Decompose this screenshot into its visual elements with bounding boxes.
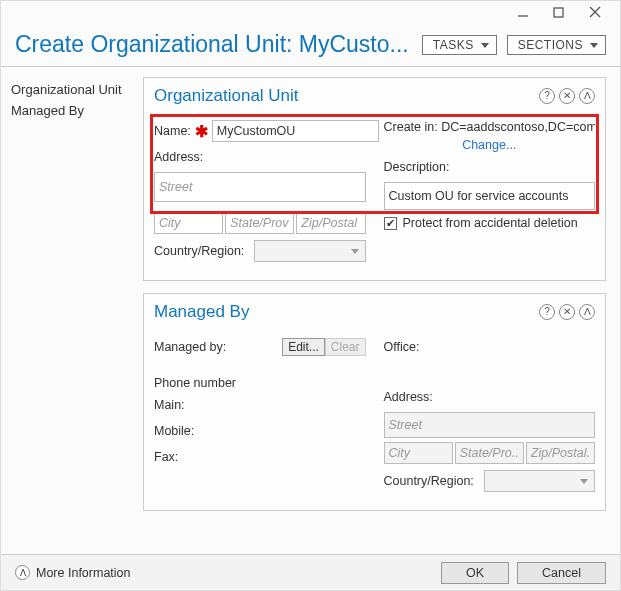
mb-city-input[interactable] bbox=[384, 442, 453, 464]
description-label: Description: bbox=[384, 160, 450, 174]
country-label: Country/Region: bbox=[154, 244, 254, 258]
titlebar bbox=[1, 1, 620, 27]
city-input[interactable] bbox=[154, 212, 223, 234]
help-icon[interactable]: ? bbox=[539, 304, 555, 320]
cancel-button[interactable]: Cancel bbox=[517, 562, 606, 584]
section-mb-title: Managed By bbox=[154, 302, 539, 322]
mb-state-input[interactable] bbox=[455, 442, 524, 464]
managedby-label: Managed by: bbox=[154, 340, 282, 354]
mb-zip-input[interactable] bbox=[526, 442, 595, 464]
fax-label: Fax: bbox=[154, 450, 232, 464]
edit-button[interactable]: Edit... bbox=[282, 338, 325, 356]
street-input[interactable] bbox=[154, 172, 366, 202]
close-icon[interactable]: ✕ bbox=[559, 88, 575, 104]
name-label: Name: bbox=[154, 124, 191, 138]
main-label: Main: bbox=[154, 398, 232, 412]
createin-label: Create in: bbox=[384, 120, 438, 134]
section-ou-title: Organizational Unit bbox=[154, 86, 539, 106]
svg-rect-1 bbox=[554, 8, 563, 17]
mb-country-label: Country/Region: bbox=[384, 474, 484, 488]
close-window-button[interactable] bbox=[588, 5, 602, 19]
tasks-button[interactable]: TASKS bbox=[422, 35, 497, 55]
close-icon[interactable]: ✕ bbox=[559, 304, 575, 320]
expand-icon: ᐱ bbox=[15, 565, 30, 580]
state-input[interactable] bbox=[225, 212, 294, 234]
header: Create Organizational Unit: MyCusto... T… bbox=[1, 27, 620, 67]
collapse-icon[interactable]: ᐱ bbox=[579, 88, 595, 104]
sidebar-item-managedby[interactable]: Managed By bbox=[11, 100, 133, 121]
collapse-icon[interactable]: ᐱ bbox=[579, 304, 595, 320]
mb-address-label: Address: bbox=[384, 390, 462, 404]
country-select[interactable] bbox=[254, 240, 366, 262]
zip-input[interactable] bbox=[296, 212, 365, 234]
help-icon[interactable]: ? bbox=[539, 88, 555, 104]
sidebar: Organizational Unit Managed By bbox=[1, 67, 143, 557]
ok-button[interactable]: OK bbox=[441, 562, 509, 584]
sections-button[interactable]: SECTIONS bbox=[507, 35, 606, 55]
required-icon: ✱ bbox=[191, 122, 212, 141]
office-label: Office: bbox=[384, 340, 462, 354]
mb-country-select[interactable] bbox=[484, 470, 596, 492]
protect-checkbox[interactable]: ✔ bbox=[384, 217, 397, 230]
section-managedby: Managed By ? ✕ ᐱ Managed by: Edit... Cle… bbox=[143, 293, 606, 511]
phone-label: Phone number bbox=[154, 376, 366, 390]
sidebar-item-ou[interactable]: Organizational Unit bbox=[11, 79, 133, 100]
address-label: Address: bbox=[154, 150, 232, 164]
more-info-label: More Information bbox=[36, 566, 130, 580]
more-info-toggle[interactable]: ᐱ More Information bbox=[15, 565, 433, 580]
change-link[interactable]: Change... bbox=[462, 138, 516, 152]
name-input[interactable] bbox=[212, 120, 379, 142]
mobile-label: Mobile: bbox=[154, 424, 232, 438]
description-input[interactable] bbox=[384, 182, 596, 210]
maximize-button[interactable] bbox=[552, 5, 566, 19]
bottom-bar: ᐱ More Information OK Cancel bbox=[1, 554, 620, 590]
clear-button[interactable]: Clear bbox=[325, 338, 366, 356]
section-ou: Organizational Unit ? ✕ ᐱ Name: ✱ Addres… bbox=[143, 77, 606, 281]
protect-label: Protect from accidental deletion bbox=[403, 216, 578, 230]
minimize-button[interactable] bbox=[516, 5, 530, 19]
main-content: Organizational Unit ? ✕ ᐱ Name: ✱ Addres… bbox=[143, 67, 620, 557]
createin-value: DC=aaddscontoso,DC=com bbox=[441, 120, 595, 134]
page-title: Create Organizational Unit: MyCusto... bbox=[15, 31, 422, 58]
mb-street-input[interactable] bbox=[384, 412, 596, 438]
